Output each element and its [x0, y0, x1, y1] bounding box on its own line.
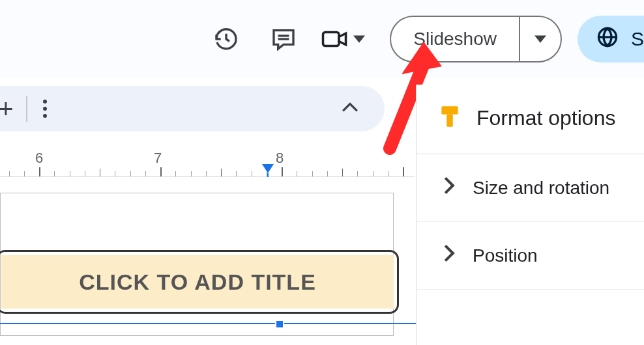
collapse-toolbar-button[interactable]: [342, 102, 359, 115]
chevron-right-icon: [443, 244, 456, 267]
top-app-bar: Slideshow S: [0, 0, 644, 78]
version-history-icon[interactable]: [211, 23, 242, 55]
selection-handle-top[interactable]: [275, 320, 284, 329]
comment-icon[interactable]: [268, 23, 299, 55]
ruler-number: 8: [276, 150, 284, 167]
title-text-box[interactable]: CLICK TO ADD TITLE: [0, 250, 399, 314]
sidebar-item-label: Position: [473, 245, 538, 266]
svg-rect-2: [323, 33, 340, 46]
svg-rect-7: [441, 106, 458, 115]
slide-canvas[interactable]: CLICK TO ADD TITLE: [0, 189, 415, 345]
slideshow-label: Slideshow: [413, 29, 497, 49]
slideshow-button-group: Slideshow: [390, 16, 562, 62]
dropdown-triangle-icon: [350, 23, 368, 55]
more-options-button[interactable]: [39, 100, 51, 118]
ruler-number: 6: [35, 150, 43, 167]
sidebar-item-label: Size and rotation: [473, 178, 609, 199]
ruler-indent-marker[interactable]: [262, 164, 274, 173]
meet-button-group[interactable]: [319, 23, 368, 55]
toolbar-separator: [26, 96, 27, 122]
globe-icon: [596, 25, 619, 53]
slideshow-dropdown-button[interactable]: [520, 17, 561, 61]
sidebar-header: Format options: [417, 85, 644, 154]
horizontal-ruler[interactable]: 678: [0, 150, 415, 177]
add-button[interactable]: +: [0, 94, 14, 124]
slideshow-button[interactable]: Slideshow: [391, 17, 520, 61]
share-label: S: [631, 28, 644, 50]
ruler-number: 7: [154, 150, 162, 167]
secondary-toolbar: +: [0, 86, 385, 131]
format-options-sidebar: Format options Size and rotation Positio…: [416, 85, 644, 345]
sidebar-divider: [417, 289, 644, 290]
sidebar-item-position[interactable]: Position: [417, 222, 644, 289]
format-brush-icon: [437, 104, 462, 131]
share-button[interactable]: S: [578, 16, 644, 62]
sidebar-title: Format options: [476, 106, 615, 130]
title-placeholder-text: CLICK TO ADD TITLE: [79, 269, 316, 295]
title-text-box-fill: CLICK TO ADD TITLE: [1, 255, 394, 309]
svg-marker-4: [534, 35, 546, 42]
chevron-right-icon: [443, 176, 456, 199]
camera-icon: [319, 23, 350, 55]
svg-rect-8: [446, 115, 453, 127]
svg-marker-3: [353, 35, 365, 42]
sidebar-item-size-rotation[interactable]: Size and rotation: [417, 154, 644, 221]
